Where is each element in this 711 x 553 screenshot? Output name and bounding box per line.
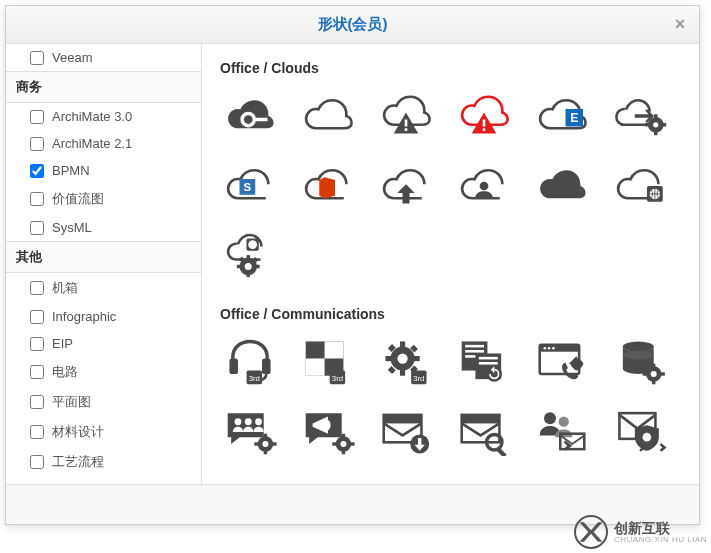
sidebar-checkbox[interactable] [30,221,44,235]
svg-rect-26 [237,265,242,269]
sidebar-item-label: BPMN [52,163,90,178]
megaphone-gear-icon[interactable] [298,402,358,462]
sidebar-item[interactable]: 工艺流程 [6,447,201,477]
users-mail-arrow-icon[interactable] [532,402,592,462]
sidebar-item[interactable]: 材料设计 [6,417,201,447]
sidebar-item-label: Veeam [52,50,92,65]
sidebar-item-label: Infographic [52,309,116,324]
cloud-filled-icon[interactable] [532,156,592,216]
puzzle-3rd-icon[interactable]: 3rd [298,332,358,392]
gear-3rd-icon[interactable]: 3rd [376,332,436,392]
svg-point-38 [397,353,407,363]
sidebar-checkbox[interactable] [30,164,44,178]
cloud-sharepoint-icon[interactable]: S [220,156,280,216]
sidebar-item[interactable]: SysML [6,214,201,241]
svg-rect-77 [254,442,258,445]
cloud-upload-icon[interactable] [376,156,436,216]
svg-point-23 [245,263,252,270]
sidebar-checkbox[interactable] [30,395,44,409]
svg-rect-83 [332,442,336,445]
database-gear-icon[interactable] [610,332,670,392]
cloud-globe-gear-icon[interactable] [220,226,280,286]
sidebar-item[interactable]: BPMN [6,157,201,184]
sidebar-checkbox[interactable] [30,365,44,379]
svg-rect-3 [405,120,408,127]
watermark-logo-icon [574,515,608,549]
sidebar-item[interactable]: 平面图 [6,387,201,417]
svg-rect-54 [479,357,498,360]
sidebar-item[interactable]: ArchiMate 2.1 [6,130,201,157]
sidebar-checkbox[interactable] [30,310,44,324]
sidebar-item[interactable]: Veeam [6,44,201,71]
sidebar-item[interactable]: Web Icons [6,477,201,484]
svg-point-17 [480,182,489,191]
svg-rect-4 [405,128,408,131]
cloud-alert-red-icon[interactable] [454,86,514,146]
svg-rect-42 [413,356,420,361]
mail-shield-arrows-icon[interactable] [610,402,670,462]
svg-rect-40 [400,369,405,376]
sidebar-item[interactable]: 价值流图 [6,184,201,214]
cloud-arrow-gear-icon[interactable] [610,86,670,146]
window-phone-icon[interactable] [532,332,592,392]
sidebar-item[interactable]: ArchiMate 3.0 [6,103,201,130]
cloud-exchange-icon[interactable]: E [532,86,592,146]
svg-rect-12 [654,130,658,135]
sidebar-item-label: SysML [52,220,92,235]
mail-download-icon[interactable] [376,402,436,462]
svg-rect-25 [247,273,251,277]
svg-rect-84 [350,442,354,445]
shape-content[interactable]: Office / Clouds E [202,44,699,484]
sidebar-checkbox[interactable] [30,455,44,469]
svg-rect-6 [483,128,486,131]
sidebar-checkbox[interactable] [30,192,44,206]
cloud-alert-outline-icon[interactable] [376,86,436,146]
svg-rect-78 [272,442,276,445]
section-title-comms: Office / Communications [220,306,685,322]
svg-rect-66 [652,364,655,368]
category-sidebar[interactable]: Veeam商务ArchiMate 3.0ArchiMate 2.1BPMN价值流… [6,44,202,484]
headset-3rd-icon[interactable]: 3rd [220,332,280,392]
cloud-globe-icon[interactable] [610,156,670,216]
svg-rect-67 [652,380,655,384]
sidebar-checkbox[interactable] [30,484,44,485]
dialog-body: Veeam商务ArchiMate 3.0ArchiMate 2.1BPMN价值流… [6,44,699,484]
svg-point-59 [544,347,547,350]
cloud-user-icon[interactable] [454,156,514,216]
cloud-solid-ring-icon[interactable] [220,86,280,146]
svg-point-93 [559,417,569,427]
mail-search-icon[interactable] [454,402,514,462]
svg-text:3rd: 3rd [332,374,343,383]
sidebar-checkbox[interactable] [30,281,44,295]
dialog-title: 形状(会员) [318,15,388,32]
watermark: 创新互联 CHUANG XIN HU LIAN [574,515,707,549]
svg-text:3rd: 3rd [413,374,424,383]
sidebar-checkbox[interactable] [30,337,44,351]
svg-point-21 [248,240,257,249]
sidebar-checkbox[interactable] [30,110,44,124]
svg-point-92 [544,412,556,424]
svg-rect-14 [661,123,666,127]
sidebar-item[interactable]: Infographic [6,303,201,330]
forms-refresh-icon[interactable] [454,332,514,392]
sidebar-item[interactable]: 机箱 [6,273,201,303]
cloud-outline-icon[interactable] [298,86,358,146]
svg-rect-86 [384,415,422,424]
sidebar-item[interactable]: 电路 [6,357,201,387]
close-icon[interactable]: × [669,14,691,36]
cloud-office-icon[interactable] [298,156,358,216]
svg-rect-89 [462,415,500,424]
svg-rect-82 [342,450,345,454]
watermark-text: 创新互联 CHUANG XIN HU LIAN [614,521,707,544]
svg-text:3rd: 3rd [249,374,260,383]
sidebar-checkbox[interactable] [30,51,44,65]
sidebar-group: 其他 [6,241,201,273]
sidebar-checkbox[interactable] [30,137,44,151]
svg-rect-41 [385,356,392,361]
svg-point-65 [651,371,657,377]
sidebar-item[interactable]: EIP [6,330,201,357]
sidebar-item-label: 价值流图 [52,190,104,208]
chat-users-gear-icon[interactable] [220,402,280,462]
sidebar-checkbox[interactable] [30,425,44,439]
sidebar-item-label: 平面图 [52,393,91,411]
